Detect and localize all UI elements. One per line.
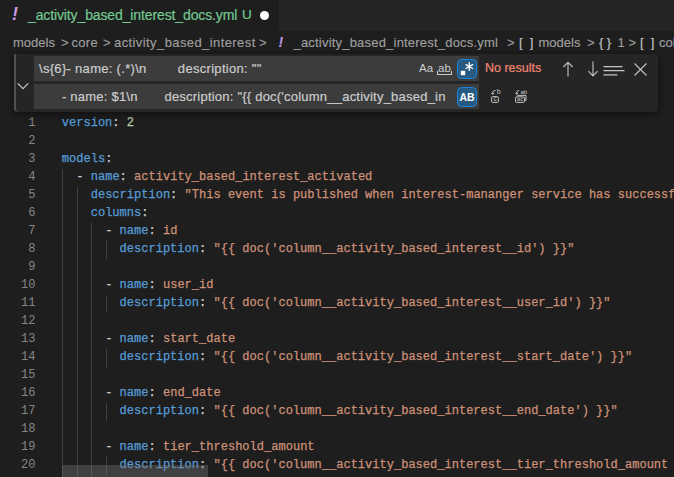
- svg-text:b: b: [496, 88, 500, 95]
- svg-text:ac: ac: [517, 96, 523, 102]
- svg-text:ab: ab: [520, 88, 527, 95]
